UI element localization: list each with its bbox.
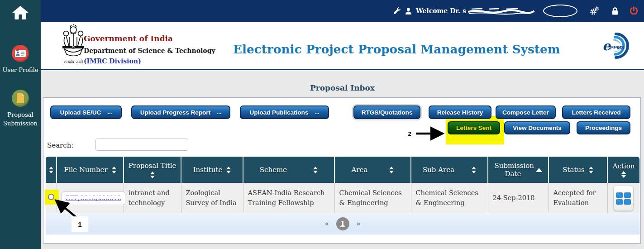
redacted-badge-ellipse [543,5,577,17]
rtgs-quotations-button[interactable]: RTGS/Quotations [353,105,420,119]
page-number[interactable]: 1 [336,217,349,230]
proposal-table: File Number Proposal Title Institute Sch… [46,157,639,214]
sidebar-label-proposal-submission: Proposal Submission [0,111,41,128]
col-proposal-title[interactable]: Proposal Title [124,157,181,183]
button-label: Compose Letter [502,109,549,116]
user-profile-icon [12,45,29,62]
settings-gears-icon[interactable] [589,6,599,15]
redacted-user-name [467,6,535,15]
table-row: RTF/2018/000012 intranet and technology … [46,183,639,214]
cell-area: Chemical Sciences & Engineering [334,183,411,214]
button-label: Upload SE/UC [60,109,101,116]
cell-file-number: RTF/2018/000012 [57,183,124,214]
sort-icon [389,167,394,173]
sort-icon [49,167,53,173]
prev-page-icon[interactable]: « [325,220,329,227]
sort-icon [313,167,318,173]
top-navbar: Welcome Dr. s [41,0,644,22]
sort-icon [112,167,116,173]
power-icon[interactable] [629,6,639,16]
col-label: Action [613,162,635,170]
letters-received-button[interactable]: Letters Received [562,105,630,119]
eppms-logo: e PPMS [599,33,632,61]
app-title: Electronic Project Proposal Management S… [233,43,560,56]
file-number-link[interactable]: RTF/2018/000012 [66,194,121,201]
col-label: Proposal Title [129,162,177,170]
sidebar-item-home[interactable] [8,4,33,22]
grid-action-icon [616,192,631,205]
col-status[interactable]: Status [549,157,607,183]
cell-submission-date: 24-Sep-2018 [488,183,549,214]
col-institute[interactable]: Institute [181,157,243,183]
org-name: Government of India [84,34,215,43]
sidebar-item-user-profile[interactable]: User Profile [0,45,41,75]
release-history-button[interactable]: Release History [429,105,491,119]
col-area[interactable]: Area [334,157,411,183]
proceedings-button[interactable]: Proceedings [577,121,630,134]
button-label: Upload Progress Report [140,109,210,116]
sort-icon [589,167,593,173]
col-label: File Number [64,166,107,174]
sort-icon [150,172,155,178]
radio-button[interactable] [48,194,54,200]
screen: Welcome Dr. s [0,0,644,249]
sidebar-item-proposal-submission[interactable]: Proposal Submission [0,90,41,128]
col-select[interactable] [46,157,57,183]
eppms-logo-icon: e PPMS [599,33,632,59]
sidebar-label-user-profile: User Profile [0,66,41,75]
cell-action [607,183,639,214]
col-file-number[interactable]: File Number [57,157,124,183]
sort-icon [621,171,626,178]
button-label: Proceedings [585,124,622,131]
pagination: « 1 » [46,213,639,235]
proposal-inbox-panel: Upload SE/UC ... Upload Progress Report … [43,97,641,244]
col-label: Scheme [260,166,287,174]
action-grid-button[interactable] [613,186,634,211]
col-submission-date[interactable]: Submission Date [488,157,549,183]
logo-ppms-text: PPMS [610,45,625,50]
col-label: Institute [193,166,223,174]
masthead: सत्यमेव जयते Government of India Departm… [41,22,644,70]
dept-name: Department of Science & Technology [84,47,215,54]
button-label: Upload Publications [250,109,309,116]
col-label: Submission Date [495,162,532,178]
lock-icon[interactable] [611,7,619,15]
col-label: Sub Area [423,166,454,174]
col-action[interactable]: Action [607,157,639,183]
ashoka-emblem-icon [60,24,86,59]
button-label: Release History [437,109,483,116]
view-documents-button[interactable]: View Documents [504,121,570,134]
cell-institute: Zoological Survey of India [181,183,243,214]
user-icon[interactable] [405,7,412,15]
proposal-document-icon [12,90,29,107]
next-page-icon[interactable]: » [357,220,361,227]
search-input[interactable] [95,139,188,151]
compose-letter-button[interactable]: Compose Letter [496,105,556,119]
button-label: View Documents [513,124,562,131]
cell-scheme: ASEAN-India Research Training Fellowship [243,183,334,214]
home-icon [11,5,29,20]
button-label: Letters Sent [456,124,491,131]
sort-icon [226,167,231,173]
welcome-text: Welcome Dr. s [416,7,466,14]
cell-proposal-title: intranet and technology [124,183,181,214]
page-title: Proposal Inbox [41,83,644,92]
upload-publications-button[interactable]: Upload Publications ... [240,105,329,119]
sort-icon [472,167,476,173]
annotation-step-2: 2 [404,128,415,139]
sidebar: User Profile Proposal Submission [0,0,41,249]
upload-seuc-button[interactable]: Upload SE/UC ... [50,105,122,119]
table-header-row: File Number Proposal Title Institute Sch… [46,157,639,183]
upload-progress-report-button[interactable]: Upload Progress Report ... [131,105,230,119]
wrench-icon[interactable] [393,7,401,15]
sort-asc-icon [536,168,542,172]
cell-status: Accepted for Evaluation [549,183,607,214]
cell-sub-area: Chemical Sciences & Engineering [411,183,488,214]
letters-sent-button[interactable]: Letters Sent [448,121,500,134]
col-sub-area[interactable]: Sub Area [411,157,488,183]
row-select-cell [46,183,57,214]
button-label: Letters Received [572,109,620,116]
annotation-step-1: 1 [72,216,88,232]
col-scheme[interactable]: Scheme [243,157,334,183]
button-label: RTGS/Quotations [362,109,413,116]
